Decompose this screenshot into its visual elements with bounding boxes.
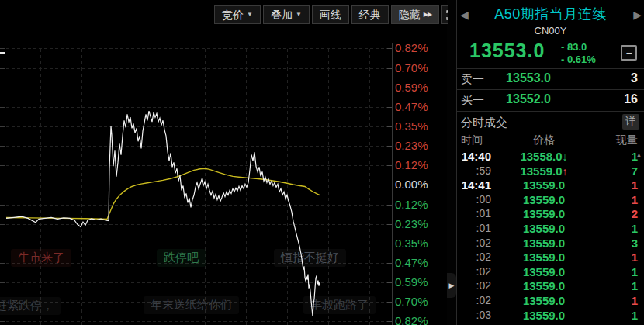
trade-volume: 3: [632, 237, 638, 250]
tape-row: :02 13559.0 1: [457, 278, 644, 293]
price-change: - 83.0 - 0.61%: [561, 41, 596, 66]
trade-volume: 1: [632, 309, 638, 322]
trade-time: :59: [457, 164, 491, 177]
trade-price: 13559.0: [491, 193, 597, 206]
ask-quantity: 3: [631, 71, 638, 85]
toolbar-button-label: 竞价: [222, 6, 244, 23]
trade-time: :02: [457, 265, 491, 278]
trade-volume: 1: [632, 193, 638, 206]
tape-section-label: 分时成交: [461, 116, 507, 130]
intraday-chart-panel[interactable]: 竞价▼叠加▼画线经典隐藏▶▶ 0.82%0.70%0.59%0.47%0.35%…: [0, 0, 448, 325]
change-value: - 83.0: [561, 41, 596, 54]
trade-time: 14:41: [457, 178, 491, 192]
tape-header-time: 时间: [461, 133, 483, 147]
toolbar-button-经典[interactable]: 经典: [351, 5, 389, 24]
prev-instrument-button[interactable]: ◀: [460, 9, 469, 21]
tape-header-volume: 现量: [616, 133, 638, 147]
trade-time: :02: [457, 237, 491, 249]
ask-row: 卖一 13553.0 3: [457, 69, 644, 89]
intraday-plot[interactable]: [0, 0, 448, 325]
toolbar-button-叠加[interactable]: 叠加▼: [263, 5, 310, 24]
tape-row: :02 13559.0 1: [457, 264, 644, 279]
toolbar-button-label: 叠加: [271, 6, 293, 23]
trade-price: 13559.0↑: [491, 164, 597, 178]
trade-price: 13559.0: [491, 251, 597, 264]
trade-time: :02: [457, 251, 491, 263]
toolbar-button-隐藏[interactable]: 隐藏▶▶: [391, 5, 439, 24]
trade-time: :01: [457, 222, 491, 234]
trade-price: 13558.0↓: [491, 150, 597, 163]
trade-time: :02: [457, 294, 491, 306]
trade-volume: 1: [632, 222, 638, 235]
trade-price: 13559.0: [491, 294, 597, 307]
tape-section-header: 分时成交 详: [457, 112, 644, 133]
instrument-title: A50期指当月连续: [471, 5, 630, 23]
last-price: 13553.0: [469, 40, 545, 62]
collapse-quote-button[interactable]: −: [621, 45, 637, 61]
bid-row: 买一 13552.0 16: [457, 90, 644, 110]
tape-list[interactable]: 14:40 13558.0↓ 1 :59 13559.0↑ 7 14:41 13…: [457, 149, 644, 325]
tape-row: :01 13559.0 1: [457, 221, 644, 236]
trade-volume: 1: [632, 265, 638, 278]
chevron-right-icon: ▶: [449, 282, 455, 289]
ask-price: 13553.0: [480, 71, 576, 85]
tape-header-price: 价格: [491, 133, 597, 147]
chevron-down-icon: ▼: [296, 6, 302, 23]
trade-direction-icon: ↑: [563, 165, 568, 178]
trade-price: 13559.0: [491, 309, 597, 322]
trade-direction-icon: ↓: [563, 150, 568, 163]
expand-icon: [446, 10, 448, 20]
trade-time: :02: [457, 279, 491, 292]
tape-row: :02 13559.0 3: [457, 236, 644, 251]
chart-toolbar: 竞价▼叠加▼画线经典隐藏▶▶: [214, 5, 448, 24]
trade-price: 13559.0: [491, 265, 597, 278]
bid-price: 13552.0: [480, 92, 576, 106]
toolbar-button-label: 画线: [320, 6, 341, 23]
trade-volume: 1: [632, 178, 638, 192]
trade-price: 13559.0: [491, 222, 597, 235]
toolbar-button-label: 经典: [359, 6, 381, 23]
toolbar-button-竞价[interactable]: 竞价▼: [214, 5, 261, 24]
trade-time: :01: [457, 207, 491, 220]
chevron-down-icon: ▼: [247, 6, 253, 23]
trade-time: :03: [457, 309, 491, 321]
scroll-up-icon[interactable]: ▲: [635, 151, 642, 159]
trade-price: 13559.0: [491, 178, 597, 192]
tape-row: :02 13559.0 1: [457, 250, 644, 264]
tape-header: 时间 价格 现量: [457, 133, 644, 149]
trade-volume: 1: [632, 251, 638, 264]
trade-volume: 7: [632, 164, 638, 178]
trade-volume: 2: [632, 207, 638, 220]
average-line: [6, 168, 320, 219]
tape-row: 14:40 13558.0↓ 1: [457, 149, 644, 164]
instrument-code: CN00Y: [457, 25, 644, 36]
tape-row: :03 13559.0 1: [457, 308, 644, 323]
trade-price: 13559.0: [491, 207, 597, 220]
tape-detail-button[interactable]: 详: [622, 114, 639, 130]
tape-row: 14:41 13559.0 1: [457, 178, 644, 192]
tape-row: :03 13559.0 1: [457, 322, 644, 325]
quote-panel: ◀ A50期指当月连续 ▶ CN00Y 13553.0 - 83.0 - 0.6…: [456, 0, 644, 325]
change-percent: - 0.61%: [561, 54, 596, 66]
fullscreen-expand-button[interactable]: [441, 5, 448, 24]
price-line: [6, 111, 320, 316]
bid-quantity: 16: [624, 92, 638, 106]
double-arrow-icon: ▶▶: [424, 6, 431, 23]
tape-row: :02 13559.0 1: [457, 293, 644, 308]
toolbar-button-画线[interactable]: 画线: [312, 5, 349, 24]
trade-volume: 1: [632, 279, 638, 292]
trade-time: 14:40: [457, 150, 491, 163]
toolbar-button-label: 隐藏: [399, 6, 421, 23]
tape-row: :00 13559.0 1: [457, 192, 644, 207]
trading-app-window: 竞价▼叠加▼画线经典隐藏▶▶ 0.82%0.70%0.59%0.47%0.35%…: [0, 0, 644, 325]
trade-time: :00: [457, 193, 491, 206]
tape-row: :59 13559.0↑ 7: [457, 164, 644, 178]
trade-volume: 1: [632, 294, 638, 307]
trade-price: 13559.0: [491, 279, 597, 292]
next-instrument-button[interactable]: ▶: [633, 9, 642, 21]
trade-price: 13559.0: [491, 237, 597, 250]
tape-row: :01 13559.0 2: [457, 206, 644, 221]
